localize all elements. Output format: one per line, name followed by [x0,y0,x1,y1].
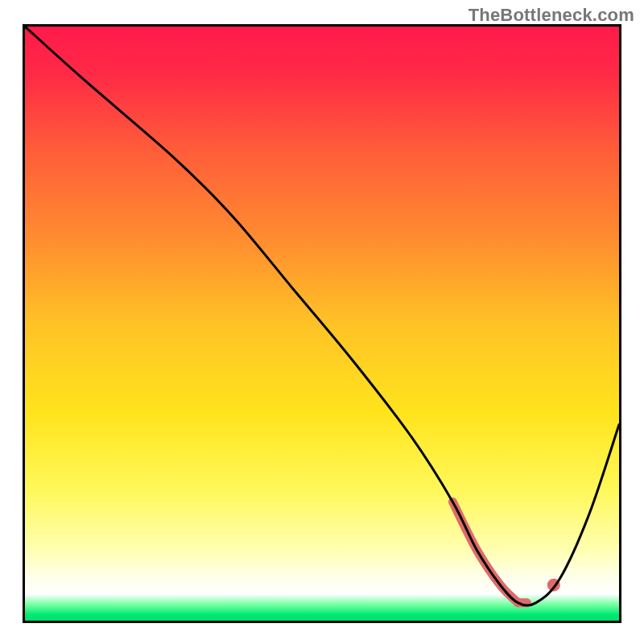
bottleneck-curve [25,27,619,605]
plot-area [23,24,621,623]
chart-frame: TheBottleneck.com [0,0,644,644]
attribution-text: TheBottleneck.com [469,5,634,26]
curve-layer [25,27,619,621]
highlight-near-optimum [452,502,535,602]
